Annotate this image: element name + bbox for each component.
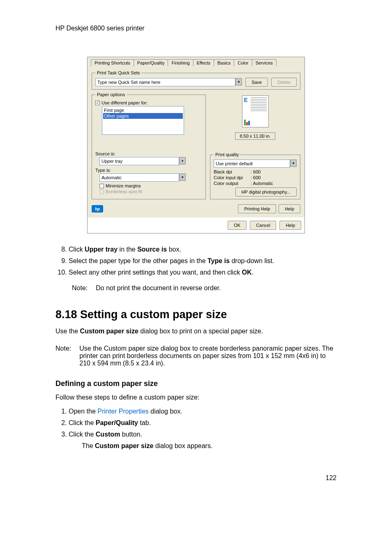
print-quality-legend: Print quality bbox=[214, 152, 240, 157]
type-label: Type is: bbox=[95, 168, 202, 173]
cancel-button[interactable]: Cancel bbox=[250, 221, 276, 230]
first-page-item[interactable]: First page bbox=[103, 107, 183, 113]
note-text: Do not print the document in reverse ord… bbox=[96, 284, 221, 292]
type-select[interactable] bbox=[99, 173, 179, 182]
save-button[interactable]: Save bbox=[245, 78, 268, 87]
dropdown-arrow-icon[interactable]: ▼ bbox=[290, 159, 297, 167]
step-9: Select the paper type for the other page… bbox=[69, 257, 337, 265]
dialog-screenshot: Printing Shortcuts Paper/Quality Finishi… bbox=[87, 57, 305, 233]
print-quality-select[interactable] bbox=[214, 159, 290, 168]
dropdown-arrow-icon[interactable]: ▼ bbox=[235, 78, 242, 85]
step-10: Select any other print settings that you… bbox=[69, 269, 337, 276]
tab-printing-shortcuts[interactable]: Printing Shortcuts bbox=[91, 59, 134, 66]
tab-color[interactable]: Color bbox=[234, 59, 252, 66]
tab-basics[interactable]: Basics bbox=[214, 59, 234, 66]
section-intro: Use the Custom paper size dialog box to … bbox=[55, 328, 337, 335]
delete-button: Delete bbox=[271, 78, 297, 87]
dropdown-arrow-icon[interactable]: ▾ bbox=[179, 157, 186, 164]
note-text: Use the Custom paper size dialog box to … bbox=[79, 345, 337, 367]
help-button-2[interactable]: Help bbox=[279, 221, 301, 230]
source-select[interactable] bbox=[99, 157, 179, 165]
use-different-label: Use different paper for: bbox=[101, 100, 148, 105]
use-different-checkbox[interactable] bbox=[95, 101, 100, 105]
step-3-followup: The Custom paper size dialog box appears… bbox=[82, 442, 337, 450]
borderless-checkbox bbox=[99, 189, 104, 194]
quickset-name-input[interactable] bbox=[95, 78, 235, 86]
page-list[interactable]: First page Other pages bbox=[102, 106, 184, 135]
tab-effects[interactable]: Effects bbox=[193, 59, 214, 66]
page-number: 122 bbox=[55, 474, 337, 482]
subsection-intro: Follow these steps to define a custom pa… bbox=[55, 394, 337, 401]
printer-properties-link[interactable]: Printer Properties bbox=[97, 408, 149, 415]
steps-list-2: Open the Printer Properties dialog box. … bbox=[55, 408, 337, 450]
page-header: HP Deskjet 6800 series printer bbox=[55, 25, 337, 32]
paper-size-badge: 8.50 x 11.00 in. bbox=[235, 132, 275, 140]
tab-paper-quality[interactable]: Paper/Quality bbox=[134, 59, 168, 66]
hp-digital-button[interactable]: HP digital photography... bbox=[235, 187, 297, 196]
step-3: Click the Custom button. The Custom pape… bbox=[69, 431, 337, 450]
paper-preview: E bbox=[242, 95, 269, 127]
color-input-dpi-label: Color input dpi bbox=[214, 175, 251, 180]
preview-e-icon: E bbox=[244, 97, 248, 103]
other-pages-item[interactable]: Other pages bbox=[103, 113, 183, 119]
quickset-fieldset: Print Task Quick Sets ▼ Save Delete bbox=[92, 70, 300, 90]
tab-strip: Printing Shortcuts Paper/Quality Finishi… bbox=[88, 57, 304, 66]
printing-help-button[interactable]: Printing Help bbox=[238, 204, 276, 213]
step-8: Click Upper tray in the Source is box. bbox=[69, 246, 337, 253]
section-title: 8.18 Setting a custom paper size bbox=[55, 308, 337, 321]
subsection-title: Defining a custom paper size bbox=[55, 379, 337, 388]
quickset-legend: Print Task Quick Sets bbox=[95, 70, 141, 75]
minimize-margins-label: Minimize margins bbox=[106, 183, 141, 188]
print-quality-fieldset: Print quality ▼ Black dpi: 600 Color inp… bbox=[210, 152, 300, 199]
paper-options-fieldset: Paper options Use different paper for: F… bbox=[92, 92, 206, 199]
minimize-margins-checkbox[interactable] bbox=[99, 184, 104, 188]
ok-button[interactable]: OK bbox=[228, 221, 247, 230]
hp-logo-icon: hp bbox=[92, 205, 103, 213]
dropdown-arrow-icon[interactable]: ▼ bbox=[179, 173, 186, 181]
color-output-label: Color output bbox=[214, 181, 251, 186]
step-2: Click the Paper/Quality tab. bbox=[69, 419, 337, 427]
note-label: Note: bbox=[55, 345, 71, 367]
black-dpi-label: Black dpi bbox=[214, 169, 251, 174]
color-output-value: : Automatic bbox=[251, 181, 273, 186]
source-label: Source is: bbox=[95, 151, 202, 156]
tab-services[interactable]: Services bbox=[252, 59, 277, 66]
steps-list-1: Click Upper tray in the Source is box. S… bbox=[55, 246, 337, 276]
color-input-dpi-value: : 600 bbox=[251, 175, 261, 180]
black-dpi-value: : 600 bbox=[251, 169, 261, 174]
borderless-label: Borderless auto fit bbox=[106, 189, 142, 194]
note-1: Note: Do not print the document in rever… bbox=[72, 284, 337, 292]
help-button[interactable]: Help bbox=[279, 204, 300, 213]
step-1: Open the Printer Properties dialog box. bbox=[69, 408, 337, 415]
tab-finishing[interactable]: Finishing bbox=[168, 59, 193, 66]
note-2: Note: Use the Custom paper size dialog b… bbox=[55, 345, 337, 367]
paper-options-legend: Paper options bbox=[95, 92, 127, 97]
note-label: Note: bbox=[72, 284, 88, 292]
